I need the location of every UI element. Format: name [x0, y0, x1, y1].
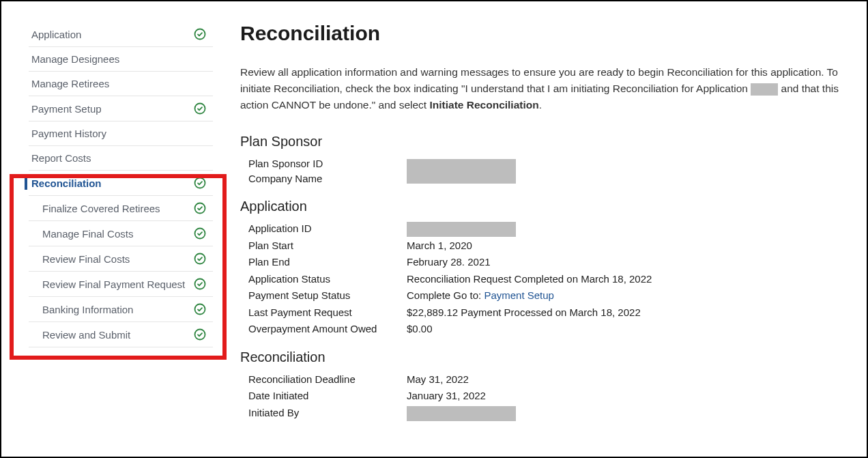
plan-start-row: Plan Start March 1, 2020	[248, 238, 839, 254]
sidebar-item-label: Review Final Payment Request	[42, 278, 185, 290]
plan-sponsor-kv: Plan Sponsor ID Company Name	[248, 156, 839, 186]
sidebar-item-label: Report Costs	[31, 152, 91, 164]
intro-end: .	[539, 99, 542, 111]
application-status-value: Reconciliation Request Completed on Marc…	[407, 272, 652, 287]
sidebar-item-label: Review and Submit	[42, 329, 130, 341]
intro-bold: Initiate Reconciliation	[430, 99, 539, 111]
sidebar-item-banking-information[interactable]: Banking Information	[29, 297, 213, 322]
plan-start-value: March 1, 2020	[407, 238, 472, 254]
company-name-label: Company Name	[248, 171, 407, 186]
application-heading: Application	[240, 199, 839, 214]
sidebar-item-review-final-payment-request[interactable]: Review Final Payment Request	[29, 272, 213, 297]
sidebar-item-label: Payment Setup	[31, 103, 102, 115]
application-status-row: Application Status Reconciliation Reques…	[248, 272, 839, 287]
page-title: Reconciliation	[240, 22, 839, 45]
check-icon	[194, 227, 206, 240]
sidebar-item-label: Payment History	[31, 128, 106, 139]
payment-setup-status-row: Payment Setup Status Complete Go to: Pay…	[248, 288, 839, 304]
intro-text: Review all application information and w…	[240, 64, 839, 113]
overpayment-label: Overpayment Amount Owed	[248, 321, 407, 337]
plan-start-label: Plan Start	[248, 238, 407, 254]
redacted-app-id-inline	[751, 83, 778, 96]
check-icon	[194, 102, 206, 115]
overpayment-row: Overpayment Amount Owed $0.00	[248, 321, 839, 337]
sidebar-item-finalize-covered-retirees[interactable]: Finalize Covered Retirees	[29, 196, 213, 221]
sidebar-item-label: Review Final Costs	[42, 253, 130, 265]
check-icon	[194, 303, 206, 315]
date-initiated-label: Date Initiated	[248, 388, 407, 404]
overpayment-value: $0.00	[407, 321, 433, 337]
reconciliation-deadline-label: Reconciliation Deadline	[248, 372, 407, 388]
intro-pre: Review all application information and w…	[240, 66, 838, 94]
nav-list: ApplicationManage DesigneesManage Retire…	[29, 22, 213, 347]
sidebar-item-label: Application	[31, 29, 81, 40]
sidebar: ApplicationManage DesigneesManage Retire…	[1, 1, 213, 457]
main-content: Reconciliation Review all application in…	[213, 1, 867, 457]
initiated-by-row: Initiated By	[248, 405, 839, 421]
redacted-plan-sponsor	[407, 159, 516, 184]
plan-end-row: Plan End February 28. 2021	[248, 255, 839, 270]
sidebar-item-label: Manage Final Costs	[42, 228, 133, 240]
last-payment-label: Last Payment Request	[248, 305, 407, 321]
sidebar-item-manage-retirees[interactable]: Manage Retirees	[29, 72, 213, 96]
plan-end-value: February 28. 2021	[407, 255, 491, 270]
check-icon	[194, 278, 206, 290]
sidebar-item-report-costs[interactable]: Report Costs	[29, 146, 213, 171]
redacted-initiated-by	[407, 406, 516, 421]
sidebar-item-label: Reconciliation	[31, 177, 102, 189]
application-status-label: Application Status	[248, 272, 407, 287]
last-payment-value: $22,889.12 Payment Processed on March 18…	[407, 305, 641, 321]
reconciliation-deadline-row: Reconciliation Deadline May 31, 2022	[248, 372, 839, 388]
reconciliation-deadline-value: May 31, 2022	[407, 372, 469, 388]
redacted-application-id	[407, 222, 516, 237]
last-payment-row: Last Payment Request $22,889.12 Payment …	[248, 305, 839, 321]
sidebar-item-manage-designees[interactable]: Manage Designees	[29, 47, 213, 72]
sidebar-item-label: Banking Information	[42, 304, 133, 315]
payment-setup-link[interactable]: Payment Setup	[484, 289, 554, 301]
check-icon	[194, 202, 206, 214]
sidebar-item-review-final-costs[interactable]: Review Final Costs	[29, 246, 213, 272]
date-initiated-value: January 31, 2022	[407, 388, 486, 404]
sidebar-item-review-and-submit[interactable]: Review and Submit	[29, 322, 213, 347]
check-icon	[194, 177, 206, 189]
check-icon	[194, 253, 206, 265]
payment-setup-status-pre: Complete Go to:	[407, 289, 484, 301]
plan-end-label: Plan End	[248, 255, 407, 270]
sidebar-item-application[interactable]: Application	[29, 22, 213, 47]
initiated-by-label: Initiated By	[248, 405, 407, 421]
sidebar-item-label: Finalize Covered Retirees	[42, 203, 160, 214]
payment-setup-status-label: Payment Setup Status	[248, 288, 407, 304]
sidebar-item-reconciliation[interactable]: Reconciliation	[29, 171, 213, 196]
sidebar-item-label: Manage Retirees	[31, 78, 109, 89]
reconciliation-heading: Reconciliation	[240, 349, 839, 365]
plan-sponsor-id-label: Plan Sponsor ID	[248, 156, 407, 171]
sidebar-item-label: Manage Designees	[31, 53, 119, 65]
sidebar-item-payment-history[interactable]: Payment History	[29, 121, 213, 146]
date-initiated-row: Date Initiated January 31, 2022	[248, 388, 839, 404]
sidebar-item-manage-final-costs[interactable]: Manage Final Costs	[29, 221, 213, 246]
application-id-label: Application ID	[248, 221, 407, 237]
application-id-row: Application ID	[248, 221, 839, 237]
sidebar-item-payment-setup[interactable]: Payment Setup	[29, 96, 213, 121]
check-icon	[194, 28, 206, 40]
plan-sponsor-heading: Plan Sponsor	[240, 134, 839, 149]
check-icon	[194, 328, 206, 341]
